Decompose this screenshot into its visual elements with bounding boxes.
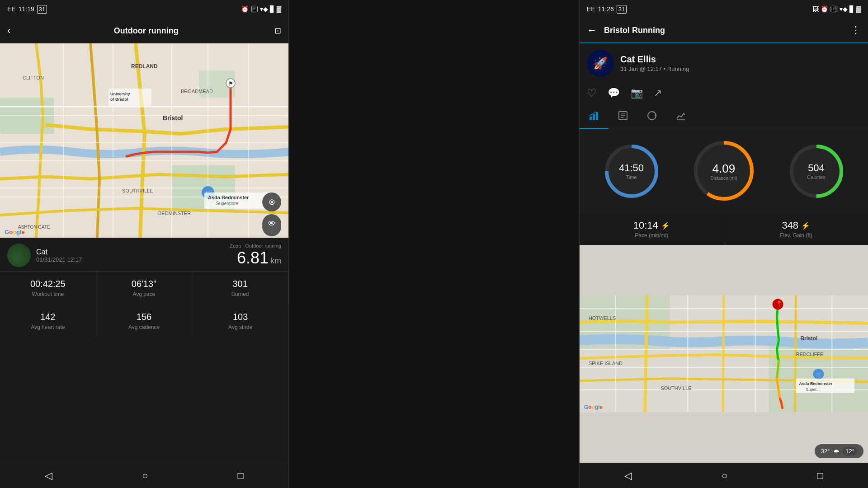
tab-chart[interactable] bbox=[666, 105, 695, 129]
share-button[interactable]: ↗ bbox=[654, 87, 662, 99]
distance-unit: km bbox=[270, 256, 281, 266]
calories-value: 504 bbox=[807, 162, 825, 173]
time-value: 41:50 bbox=[619, 162, 644, 173]
metric-calories-content: 504 Calories bbox=[807, 162, 825, 179]
nav-square-left[interactable]: □ bbox=[238, 470, 244, 482]
svg-text:HOTWELLS: HOTWELLS bbox=[589, 315, 616, 321]
distance-ring-value: 4.09 bbox=[711, 162, 737, 176]
like-button[interactable]: ♡ bbox=[587, 87, 597, 99]
stat-workout-time: 00:42:25 Workout time bbox=[0, 272, 96, 305]
stats-section-left: Cat 01/31/2021 12:17 Zepp · Outdoor runn… bbox=[0, 238, 288, 463]
battery-icon-right: ▓ bbox=[856, 5, 861, 13]
pace-stat: 10:14 ⚡ Pace (min/mi) bbox=[580, 213, 724, 245]
metric-calories: 504 Calories bbox=[787, 142, 846, 201]
back-button-right[interactable]: ← bbox=[587, 24, 597, 36]
workout-distance: Zepp · Outdoor running 6.81 km bbox=[230, 243, 281, 267]
temperature: 32° bbox=[821, 448, 830, 455]
status-bar-right: EE 11:26 31 🖼 ⏰ 📳 ▾◆ ▊ ▓ bbox=[580, 0, 868, 18]
nav-back-right[interactable]: ◁ bbox=[624, 470, 632, 482]
svg-text:Asda Bedminster: Asda Bedminster bbox=[799, 381, 832, 386]
metric-time-content: 41:50 Time bbox=[619, 162, 644, 179]
export-button-left[interactable]: ⊡ bbox=[274, 26, 281, 36]
map-left[interactable]: ⚑ 🛒 Bristol University of Bristol REDLAN… bbox=[0, 43, 288, 238]
svg-text:SOUTHVILLE: SOUTHVILLE bbox=[122, 188, 153, 193]
nav-home-right[interactable]: ○ bbox=[722, 470, 727, 482]
carrier-right: EE bbox=[587, 5, 595, 13]
user-meta-right: 31 Jan @ 12:17 • Running bbox=[620, 66, 689, 72]
svg-text:⚑: ⚑ bbox=[228, 80, 233, 87]
comment-button[interactable]: 💬 bbox=[608, 87, 620, 99]
svg-rect-24 bbox=[596, 112, 598, 120]
tab-details[interactable] bbox=[609, 105, 637, 129]
svg-text:REDCLIFFE: REDCLIFFE bbox=[796, 352, 824, 357]
distance-value: 6.81 bbox=[237, 249, 269, 267]
svg-text:📍: 📍 bbox=[776, 300, 783, 307]
map-button-1[interactable]: ⊗ bbox=[262, 192, 281, 211]
weather-num: 12° bbox=[843, 447, 857, 455]
pace-label: Pace (min/mi) bbox=[635, 232, 668, 239]
svg-text:SPIKE ISLAND: SPIKE ISLAND bbox=[589, 361, 623, 366]
metric-time: 41:50 Time bbox=[602, 142, 661, 201]
wifi-icon: ▾◆ bbox=[260, 5, 268, 13]
tab-laps[interactable] bbox=[637, 105, 666, 129]
status-bar-left: EE 11:19 31 ⏰ 📳 ▾◆ ▊ ▓ bbox=[0, 0, 288, 18]
pace-icon: ⚡ bbox=[661, 221, 670, 230]
elevation-label: Elev. Gain (ft) bbox=[780, 232, 812, 239]
stat-avg-pace: 06'13" Avg pace bbox=[96, 272, 193, 305]
user-section-right: 🚀 Cat Ellis 31 Jan @ 12:17 • Running bbox=[580, 43, 868, 83]
elevation-value: 348 ⚡ bbox=[782, 220, 810, 231]
pace-value: 10:14 ⚡ bbox=[633, 220, 670, 231]
nav-home-left[interactable]: ○ bbox=[142, 470, 148, 482]
nav-back-left[interactable]: ◁ bbox=[45, 470, 52, 482]
svg-text:Asda Bedminster: Asda Bedminster bbox=[208, 195, 249, 200]
user-info-right: Cat Ellis 31 Jan @ 12:17 • Running bbox=[620, 54, 689, 72]
svg-text:🛒: 🛒 bbox=[816, 371, 822, 378]
stat-stride: 103 Avg stride bbox=[192, 305, 288, 338]
metric-distance-content: 4.09 Distance (mi) bbox=[711, 162, 737, 181]
svg-text:SOUTHVILLE: SOUTHVILLE bbox=[660, 385, 691, 391]
app-title-right: Bristol Running bbox=[604, 26, 851, 35]
nav-square-right[interactable]: □ bbox=[817, 470, 823, 482]
stats-grid-left: 00:42:25 Workout time 06'13" Avg pace 30… bbox=[0, 271, 288, 338]
svg-text:Google: Google bbox=[584, 404, 603, 410]
time-right: 11:26 bbox=[598, 5, 614, 13]
avatar-left bbox=[7, 244, 31, 267]
lower-stats-right: 10:14 ⚡ Pace (min/mi) 348 ⚡ Elev. Gain (… bbox=[580, 213, 868, 245]
svg-text:of Bristol: of Bristol bbox=[110, 97, 128, 102]
distance-ring-label: Distance (mi) bbox=[711, 176, 737, 181]
workout-meta: Cat 01/31/2021 12:17 bbox=[36, 248, 82, 263]
right-phone: EE 11:26 31 🖼 ⏰ 📳 ▾◆ ▊ ▓ ← Bristol Runni… bbox=[579, 0, 868, 488]
stat-cadence: 156 Avg cadence bbox=[96, 305, 193, 338]
workout-source: Zepp · Outdoor running bbox=[230, 243, 281, 249]
tab-row-right bbox=[580, 105, 868, 129]
left-phone: EE 11:19 31 ⏰ 📳 ▾◆ ▊ ▓ ‹ Outdoor running… bbox=[0, 0, 289, 488]
svg-text:Google: Google bbox=[5, 229, 25, 235]
weather-badge: 32° 🌧 12° bbox=[815, 444, 863, 458]
app-header-right: ← Bristol Running ⋮ bbox=[580, 18, 868, 43]
svg-text:University: University bbox=[110, 92, 130, 96]
image-icon-right: 🖼 bbox=[812, 5, 819, 13]
weather-icon: 🌧 bbox=[833, 448, 839, 455]
camera-button[interactable]: 📷 bbox=[631, 87, 643, 99]
svg-text:BROADMEAD: BROADMEAD bbox=[181, 89, 213, 94]
bottom-nav-right: ◁ ○ □ bbox=[580, 463, 868, 488]
workout-date-left: 01/31/2021 12:17 bbox=[36, 256, 82, 263]
map-section-right[interactable]: 📍 HOTWELLS SPIKE ISLAND SOUTHVILLE Brist… bbox=[580, 245, 868, 463]
map-eye-button[interactable]: 👁 bbox=[262, 214, 281, 233]
alarm-icon: ⏰ bbox=[241, 5, 249, 13]
back-button-left[interactable]: ‹ bbox=[7, 25, 10, 37]
wifi-icon-right: ▾◆ bbox=[840, 5, 848, 13]
signal-icon: ▊ bbox=[270, 5, 275, 13]
svg-rect-22 bbox=[590, 117, 592, 120]
tab-stats[interactable] bbox=[580, 105, 609, 129]
alarm-icon-right: ⏰ bbox=[821, 5, 828, 13]
svg-rect-23 bbox=[593, 114, 595, 120]
date-icon-right: 31 bbox=[617, 5, 627, 14]
svg-text:Super...: Super... bbox=[806, 387, 820, 392]
vibrate-icon-right: 📳 bbox=[830, 5, 838, 13]
more-button-right[interactable]: ⋮ bbox=[851, 24, 861, 36]
carrier-left: EE bbox=[7, 5, 16, 13]
time-left: 11:19 bbox=[19, 5, 34, 13]
date-icon-left: 31 bbox=[37, 5, 47, 14]
svg-text:Superstore: Superstore bbox=[216, 201, 238, 206]
